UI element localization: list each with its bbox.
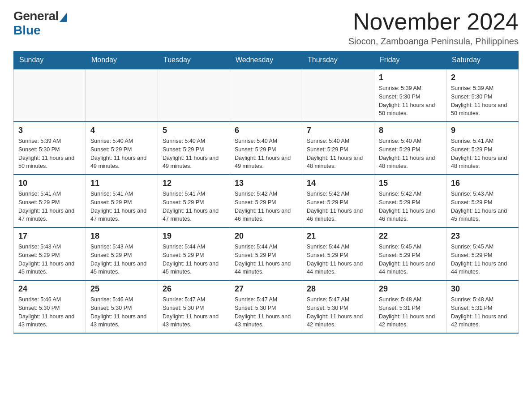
logo-triangle-icon	[60, 13, 67, 22]
calendar-cell: 18Sunrise: 5:43 AMSunset: 5:29 PMDayligh…	[86, 227, 158, 280]
calendar-week-row: 17Sunrise: 5:43 AMSunset: 5:29 PMDayligh…	[14, 227, 519, 280]
day-info: Sunrise: 5:41 AMSunset: 5:29 PMDaylight:…	[451, 137, 514, 171]
day-number: 17	[18, 231, 81, 241]
day-info: Sunrise: 5:45 AMSunset: 5:29 PMDaylight:…	[379, 243, 442, 276]
day-number: 5	[163, 126, 225, 135]
day-number: 23	[451, 231, 514, 241]
day-number: 2	[451, 73, 514, 82]
day-number: 30	[451, 284, 514, 294]
calendar-cell: 23Sunrise: 5:45 AMSunset: 5:29 PMDayligh…	[446, 227, 519, 280]
day-number: 25	[90, 284, 153, 294]
day-number: 28	[307, 284, 369, 294]
day-number: 21	[307, 231, 369, 241]
day-info: Sunrise: 5:40 AMSunset: 5:29 PMDaylight:…	[90, 137, 153, 171]
day-info: Sunrise: 5:48 AMSunset: 5:31 PMDaylight:…	[379, 295, 442, 329]
day-info: Sunrise: 5:43 AMSunset: 5:29 PMDaylight:…	[18, 243, 81, 276]
calendar-cell: 19Sunrise: 5:44 AMSunset: 5:29 PMDayligh…	[158, 227, 230, 280]
day-number: 9	[451, 126, 514, 135]
calendar-cell: 26Sunrise: 5:47 AMSunset: 5:30 PMDayligh…	[158, 280, 230, 333]
day-info: Sunrise: 5:46 AMSunset: 5:30 PMDaylight:…	[90, 295, 153, 329]
day-info: Sunrise: 5:44 AMSunset: 5:29 PMDaylight:…	[307, 243, 369, 276]
calendar-cell: 7Sunrise: 5:40 AMSunset: 5:29 PMDaylight…	[302, 122, 374, 175]
page-header: General Blue November 2024 Siocon, Zambo…	[13, 9, 519, 47]
calendar-cell	[158, 69, 230, 122]
calendar-cell: 15Sunrise: 5:42 AMSunset: 5:29 PMDayligh…	[374, 175, 446, 227]
day-number: 18	[90, 231, 153, 241]
day-info: Sunrise: 5:47 AMSunset: 5:30 PMDaylight:…	[235, 295, 297, 329]
day-number: 19	[163, 231, 225, 241]
weekday-header-wednesday: Wednesday	[230, 51, 302, 69]
day-info: Sunrise: 5:40 AMSunset: 5:29 PMDaylight:…	[235, 137, 297, 171]
day-info: Sunrise: 5:44 AMSunset: 5:29 PMDaylight:…	[163, 243, 225, 276]
calendar-cell: 17Sunrise: 5:43 AMSunset: 5:29 PMDayligh…	[14, 227, 86, 280]
calendar-cell: 16Sunrise: 5:43 AMSunset: 5:29 PMDayligh…	[446, 175, 519, 227]
day-info: Sunrise: 5:42 AMSunset: 5:29 PMDaylight:…	[235, 190, 297, 223]
calendar-cell: 25Sunrise: 5:46 AMSunset: 5:30 PMDayligh…	[86, 280, 158, 333]
calendar-header-row: SundayMondayTuesdayWednesdayThursdayFrid…	[14, 51, 519, 69]
calendar-cell: 9Sunrise: 5:41 AMSunset: 5:29 PMDaylight…	[446, 122, 519, 175]
calendar-cell: 21Sunrise: 5:44 AMSunset: 5:29 PMDayligh…	[302, 227, 374, 280]
day-number: 20	[235, 231, 297, 241]
day-number: 27	[235, 284, 297, 294]
weekday-header-saturday: Saturday	[446, 51, 519, 69]
day-info: Sunrise: 5:44 AMSunset: 5:29 PMDaylight:…	[235, 243, 297, 276]
day-info: Sunrise: 5:41 AMSunset: 5:29 PMDaylight:…	[163, 190, 225, 223]
weekday-header-friday: Friday	[374, 51, 446, 69]
day-info: Sunrise: 5:43 AMSunset: 5:29 PMDaylight:…	[451, 190, 514, 223]
calendar-cell: 1Sunrise: 5:39 AMSunset: 5:30 PMDaylight…	[374, 69, 446, 122]
day-info: Sunrise: 5:47 AMSunset: 5:30 PMDaylight:…	[307, 295, 369, 329]
day-number: 24	[18, 284, 81, 294]
day-info: Sunrise: 5:39 AMSunset: 5:30 PMDaylight:…	[379, 84, 442, 118]
day-info: Sunrise: 5:40 AMSunset: 5:29 PMDaylight:…	[307, 137, 369, 171]
calendar-cell: 11Sunrise: 5:41 AMSunset: 5:29 PMDayligh…	[86, 175, 158, 227]
day-number: 26	[163, 284, 225, 294]
day-number: 3	[18, 126, 81, 135]
calendar-cell: 28Sunrise: 5:47 AMSunset: 5:30 PMDayligh…	[302, 280, 374, 333]
weekday-header-tuesday: Tuesday	[158, 51, 230, 69]
day-number: 15	[379, 179, 442, 188]
logo-general-text: General	[13, 9, 59, 23]
calendar-cell: 2Sunrise: 5:39 AMSunset: 5:30 PMDaylight…	[446, 69, 519, 122]
calendar-cell	[302, 69, 374, 122]
day-info: Sunrise: 5:41 AMSunset: 5:29 PMDaylight:…	[18, 190, 81, 223]
day-number: 7	[307, 126, 369, 135]
day-number: 14	[307, 179, 369, 188]
day-number: 8	[379, 126, 442, 135]
calendar-cell: 12Sunrise: 5:41 AMSunset: 5:29 PMDayligh…	[158, 175, 230, 227]
calendar-cell: 5Sunrise: 5:40 AMSunset: 5:29 PMDaylight…	[158, 122, 230, 175]
calendar-week-row: 10Sunrise: 5:41 AMSunset: 5:29 PMDayligh…	[14, 175, 519, 227]
calendar-cell: 27Sunrise: 5:47 AMSunset: 5:30 PMDayligh…	[230, 280, 302, 333]
logo: General Blue	[13, 9, 67, 38]
day-info: Sunrise: 5:46 AMSunset: 5:30 PMDaylight:…	[18, 295, 81, 329]
day-number: 29	[379, 284, 442, 294]
location: Siocon, Zamboanga Peninsula, Philippines	[348, 36, 519, 47]
calendar-cell: 29Sunrise: 5:48 AMSunset: 5:31 PMDayligh…	[374, 280, 446, 333]
calendar-cell: 22Sunrise: 5:45 AMSunset: 5:29 PMDayligh…	[374, 227, 446, 280]
day-info: Sunrise: 5:39 AMSunset: 5:30 PMDaylight:…	[18, 137, 81, 171]
day-number: 16	[451, 179, 514, 188]
day-number: 22	[379, 231, 442, 241]
day-info: Sunrise: 5:45 AMSunset: 5:29 PMDaylight:…	[451, 243, 514, 276]
calendar-cell: 14Sunrise: 5:42 AMSunset: 5:29 PMDayligh…	[302, 175, 374, 227]
calendar-cell	[230, 69, 302, 122]
day-info: Sunrise: 5:47 AMSunset: 5:30 PMDaylight:…	[163, 295, 225, 329]
day-info: Sunrise: 5:43 AMSunset: 5:29 PMDaylight:…	[90, 243, 153, 276]
calendar-cell: 4Sunrise: 5:40 AMSunset: 5:29 PMDaylight…	[86, 122, 158, 175]
calendar-cell: 13Sunrise: 5:42 AMSunset: 5:29 PMDayligh…	[230, 175, 302, 227]
calendar-cell: 20Sunrise: 5:44 AMSunset: 5:29 PMDayligh…	[230, 227, 302, 280]
calendar-cell: 30Sunrise: 5:48 AMSunset: 5:31 PMDayligh…	[446, 280, 519, 333]
calendar-week-row: 1Sunrise: 5:39 AMSunset: 5:30 PMDaylight…	[14, 69, 519, 122]
weekday-header-sunday: Sunday	[14, 51, 86, 69]
day-number: 1	[379, 73, 442, 82]
day-info: Sunrise: 5:40 AMSunset: 5:29 PMDaylight:…	[163, 137, 225, 171]
logo-blue-text: Blue	[13, 23, 41, 38]
calendar-cell: 8Sunrise: 5:40 AMSunset: 5:29 PMDaylight…	[374, 122, 446, 175]
day-info: Sunrise: 5:42 AMSunset: 5:29 PMDaylight:…	[307, 190, 369, 223]
day-info: Sunrise: 5:42 AMSunset: 5:29 PMDaylight:…	[379, 190, 442, 223]
day-number: 10	[18, 179, 81, 188]
weekday-header-thursday: Thursday	[302, 51, 374, 69]
title-section: November 2024 Siocon, Zamboanga Peninsul…	[348, 9, 519, 47]
day-info: Sunrise: 5:40 AMSunset: 5:29 PMDaylight:…	[379, 137, 442, 171]
month-title: November 2024	[348, 9, 519, 34]
day-number: 6	[235, 126, 297, 135]
